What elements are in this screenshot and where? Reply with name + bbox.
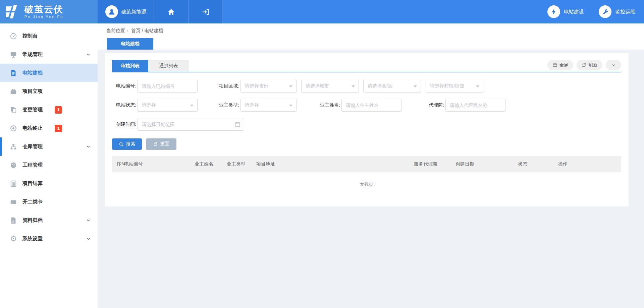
sidebar-item-label: 电站终止 (22, 125, 43, 131)
filter-row-1: 电站编号: 项目区域: 请选择省份 请选择城市 请选择县/区 (112, 80, 621, 93)
sidebar-item-station-archive[interactable]: 电站建档 (0, 64, 98, 82)
station-status-placeholder: 请选择 (142, 102, 156, 108)
sidebar-item-change-mgmt[interactable]: 变更管理 1 (0, 101, 98, 119)
nav-station-build-label: 电站建设 (564, 9, 584, 15)
county-select[interactable]: 请选择县/区 (363, 80, 421, 93)
station-termination-badge: 1 (55, 125, 62, 132)
caret-down-icon (289, 105, 292, 107)
province-placeholder: 请选择省份 (245, 83, 268, 89)
user-icon (108, 8, 116, 16)
sidebar-item-label: 项目结算 (22, 180, 43, 187)
city-placeholder: 请选择城市 (306, 83, 329, 89)
logout-button[interactable] (189, 0, 222, 23)
sidebar-item-engineering-mgmt[interactable]: 工程管理 (0, 156, 98, 174)
search-button[interactable]: 搜索 (112, 138, 142, 150)
owner-type-placeholder: 请选择 (245, 102, 259, 108)
nav-station-build[interactable]: 电站建设 (547, 5, 584, 18)
station-code-label: 电站编号: (112, 83, 136, 89)
col-actions: 操作 (558, 161, 621, 167)
fullscreen-button[interactable]: 全屏 (547, 60, 573, 70)
owner-type-select[interactable]: 请选择 (240, 99, 297, 112)
sidebar-item-console[interactable]: 控制台 (0, 27, 98, 45)
page-tab-station-archive[interactable]: 电站建档 (107, 38, 153, 50)
refresh-button[interactable]: 刷新 (577, 60, 602, 70)
chevron-down-icon (86, 52, 91, 57)
sidebar-item-warehouse-mgmt[interactable]: 仓库管理 (0, 137, 98, 156)
panel-tabs: 审核列表 通过列表 全屏 (112, 60, 621, 72)
sidebar-item-general-mgmt[interactable]: 常规管理 (0, 45, 98, 64)
sidebar-item-data-archive[interactable]: 资料归档 (0, 211, 98, 230)
chevron-down-icon (611, 63, 616, 68)
table-header: 序号 电站编号 业主姓名 业主类型 项目地址 服务代理商 创建日期 状态 操作 (112, 156, 621, 172)
brand-logo-icon (6, 4, 20, 19)
sign-in-icon (202, 8, 209, 16)
home-icon (167, 8, 175, 16)
collapse-toolbar-button[interactable] (606, 60, 621, 70)
caret-down-icon (414, 85, 417, 87)
sitemap-icon (9, 143, 17, 151)
create-time-label: 创建时间: (112, 121, 136, 127)
main-area: 当前位置： 首页 / 电站建档 电站建档 审核列表 通过列表 全屏 (98, 23, 644, 308)
breadcrumb-path[interactable]: 首页 / 电站建档 (131, 28, 163, 34)
station-status-select[interactable]: 请选择 (138, 99, 198, 112)
owner-type-label: 业主类型: (215, 102, 239, 108)
results-table: 序号 电站编号 业主姓名 业主类型 项目地址 服务代理商 创建日期 状态 操作 … (112, 156, 621, 196)
archive-icon (9, 217, 17, 225)
city-select[interactable]: 请选择城市 (301, 80, 359, 93)
sidebar-item-station-termination[interactable]: 电站终止 1 (0, 119, 98, 137)
agent-input[interactable] (445, 99, 505, 112)
col-seq: 序号 (112, 161, 124, 167)
chevron-down-icon (86, 218, 91, 223)
lightning-icon (547, 5, 560, 18)
tab-review-list[interactable]: 审核列表 (112, 60, 148, 72)
sidebar-item-label: 资料归档 (22, 217, 43, 224)
fullscreen-icon (552, 63, 557, 68)
sidebar-item-label: 项目立项 (22, 88, 43, 95)
station-archive-panel: 审核列表 通过列表 全屏 (105, 53, 629, 206)
briefcase-icon (9, 87, 17, 96)
township-placeholder: 请选择村镇/街道 (430, 83, 464, 89)
user-menu[interactable]: 破茧新能源 (98, 0, 154, 23)
wrench-icon (599, 5, 611, 18)
dashboard-icon (9, 161, 17, 169)
sidebar-item-label: 变更管理 (22, 107, 43, 113)
agent-label: 代理商: (420, 102, 444, 108)
gear-icon: ⚙ (9, 235, 17, 243)
brand-logo: 破茧云伏 Po Jian Yun Fu (0, 0, 98, 23)
filter-row-2: 电站状态: 请选择 业主类型: 请选择 业主姓名: 代理商: (112, 99, 621, 112)
caret-down-icon (190, 105, 194, 107)
caret-down-icon (476, 85, 479, 87)
col-status: 状态 (518, 161, 558, 167)
project-region-label: 项目区域: (215, 83, 239, 89)
col-owner-type: 业主类型 (227, 161, 256, 167)
sidebar-item-open-card[interactable]: 开二类卡 (0, 193, 98, 211)
sidebar-item-project-settlement[interactable]: 项目结算 (0, 174, 98, 193)
owner-name-label: 业主姓名: (316, 102, 340, 108)
header-right: 电站建设 监控运维 (222, 0, 644, 23)
station-code-input[interactable] (138, 80, 198, 93)
province-select[interactable]: 请选择省份 (240, 80, 297, 93)
col-owner-name: 业主姓名 (195, 161, 227, 167)
reset-button[interactable]: 重置 (146, 138, 176, 150)
page-tabstrip: 电站建档 (98, 38, 644, 50)
monitor-icon (9, 51, 17, 59)
sidebar-item-project-initiation[interactable]: 项目立项 (0, 82, 98, 101)
sidebar: 控制台 常规管理 电站建档 (0, 23, 98, 308)
nav-monitor-ops[interactable]: 监控运维 (599, 5, 635, 18)
county-placeholder: 请选择县/区 (368, 83, 392, 89)
chevron-down-icon (86, 236, 91, 241)
sidebar-item-label: 常规管理 (22, 51, 43, 58)
township-select[interactable]: 请选择村镇/街道 (426, 80, 483, 93)
date-range-input[interactable] (138, 118, 244, 131)
tab-passed-list[interactable]: 通过列表 (148, 60, 189, 72)
sidebar-item-label: 系统设置 (22, 236, 43, 242)
chevron-down-icon (86, 144, 91, 149)
refresh-label: 刷新 (589, 62, 597, 68)
col-station-code: 电站编号 (124, 161, 195, 167)
filter-actions: 搜索 重置 (112, 138, 621, 150)
calculator-icon (9, 180, 17, 188)
sidebar-item-label: 控制台 (22, 33, 38, 39)
sidebar-item-system-settings[interactable]: ⚙ 系统设置 (0, 230, 98, 248)
owner-name-input[interactable] (341, 99, 401, 112)
home-button[interactable] (154, 0, 189, 23)
